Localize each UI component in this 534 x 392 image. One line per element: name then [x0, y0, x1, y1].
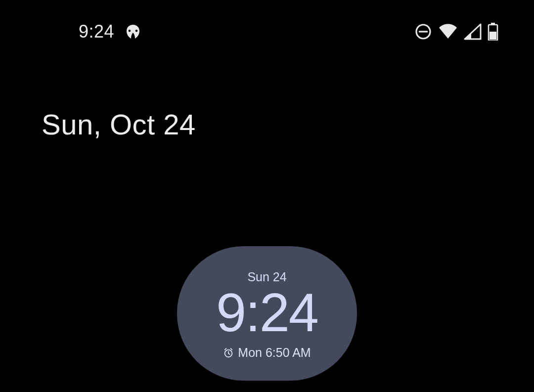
widget-alarm: Mon 6:50 AM — [223, 346, 311, 360]
status-right — [414, 23, 498, 41]
widget-alarm-text: Mon 6:50 AM — [238, 346, 311, 360]
status-bar[interactable]: 9:24 — [0, 0, 534, 49]
malwarebytes-icon — [124, 24, 142, 40]
svg-rect-4 — [490, 32, 496, 40]
svg-rect-1 — [419, 31, 428, 32]
cellular-signal-icon — [464, 23, 482, 40]
date-header: Sun, Oct 24 — [42, 108, 534, 141]
clock-widget[interactable]: Sun 24 9:24 Mon 6:50 AM — [177, 246, 357, 381]
widget-time: 9:24 — [216, 285, 318, 340]
alarm-icon — [223, 348, 234, 358]
battery-icon — [488, 23, 498, 41]
status-left: 9:24 — [79, 21, 142, 42]
do-not-disturb-icon — [414, 23, 432, 41]
status-time: 9:24 — [79, 21, 114, 42]
wifi-icon — [438, 24, 458, 40]
